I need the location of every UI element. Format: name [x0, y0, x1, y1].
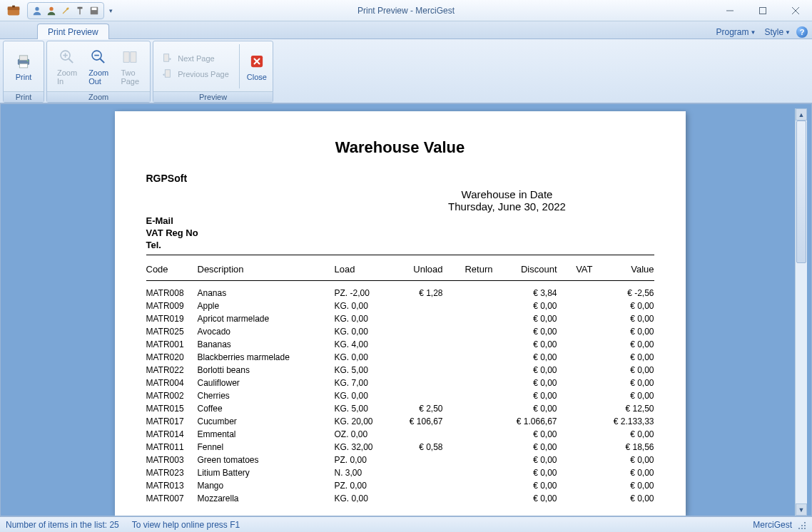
cell-load: KG. 0,00 — [335, 327, 393, 337]
cell-description: Cherries — [198, 391, 335, 401]
cell-return — [443, 288, 493, 298]
close-button[interactable] — [779, 0, 812, 21]
qat-hammer-icon[interactable] — [73, 4, 86, 17]
cell-unload: € 1,28 — [393, 288, 443, 298]
svg-point-4 — [49, 6, 53, 10]
cell-vat — [557, 301, 593, 311]
vertical-scrollbar[interactable]: ▲ ▼ — [795, 108, 807, 516]
cell-description: Green tomatoes — [198, 455, 335, 465]
qat-wrench-icon[interactable] — [59, 4, 72, 17]
scroll-track[interactable] — [796, 121, 807, 503]
close-preview-button[interactable]: Close — [241, 50, 273, 83]
cell-discount: € 0,00 — [493, 339, 557, 349]
table-row: MATR019Apricot marmeladeKG. 0,00€ 0,00€ … — [146, 312, 654, 325]
qat-save-icon[interactable] — [88, 4, 101, 17]
cell-value: € 12,50 — [593, 404, 654, 414]
cell-load: KG. 7,00 — [335, 378, 393, 388]
ribbon-group-preview: Next Page Previous Page Close Preview — [153, 41, 273, 103]
svg-rect-10 — [760, 7, 766, 14]
cell-code: MATR017 — [146, 416, 198, 426]
next-page-label: Next Page — [178, 54, 214, 63]
qat-user-icon[interactable] — [31, 4, 44, 17]
report-table: Code Description Load Unload Return Disc… — [146, 262, 654, 505]
next-page-icon — [162, 53, 173, 64]
scroll-up-arrow[interactable]: ▲ — [796, 108, 807, 121]
minimize-button[interactable] — [714, 0, 746, 21]
scroll-down-arrow[interactable]: ▼ — [796, 503, 807, 516]
table-row: MATR002CherriesKG. 0,00€ 0,00€ 0,00 — [146, 389, 654, 402]
next-page-button: Next Page — [158, 51, 233, 66]
cell-return — [443, 468, 493, 478]
cell-return — [443, 314, 493, 324]
col-return: Return — [443, 264, 493, 275]
cell-description: Emmental — [198, 429, 335, 439]
cell-load: KG. 0,00 — [335, 391, 393, 401]
zoom-out-button[interactable]: ZoomOut — [83, 46, 114, 87]
cell-unload — [393, 327, 443, 337]
tab-strip: Print Preview Program▼ Style▼ ? — [0, 21, 812, 39]
tel-label: Tel. — [146, 240, 360, 252]
qat-customize-dropdown[interactable]: ▾ — [107, 7, 114, 14]
cell-unload: € 2,50 — [393, 404, 443, 414]
cell-return — [443, 493, 493, 503]
svg-rect-25 — [131, 52, 136, 63]
menu-program[interactable]: Program▼ — [713, 26, 758, 39]
status-bar: Number of items in the list: 25 To view … — [0, 516, 812, 532]
cell-unload — [393, 493, 443, 503]
table-row: MATR025AvocadoKG. 0,00€ 0,00€ 0,00 — [146, 325, 654, 338]
cell-load: KG. 5,00 — [335, 365, 393, 375]
maximize-button[interactable] — [746, 0, 779, 21]
table-row: MATR001BananasKG. 4,00€ 0,00€ 0,00 — [146, 338, 654, 351]
ribbon-group-print-label: Print — [4, 91, 44, 102]
cell-value: € 0,00 — [593, 327, 654, 337]
report-date-block: Warehouse in Date Thursday, June 30, 202… — [360, 188, 654, 213]
cell-value: € 0,00 — [593, 378, 654, 388]
help-icon[interactable]: ? — [796, 26, 808, 38]
window-controls — [714, 0, 812, 21]
two-page-button: TwoPage — [114, 46, 146, 87]
print-button[interactable]: Print — [8, 50, 39, 83]
col-code: Code — [146, 264, 198, 275]
menu-style[interactable]: Style▼ — [761, 26, 793, 39]
scroll-thumb[interactable] — [796, 121, 806, 263]
qat-person-icon[interactable] — [45, 4, 58, 17]
cell-return — [443, 429, 493, 439]
cell-description: Apricot marmelade — [198, 314, 335, 324]
previous-page-label: Previous Page — [178, 70, 229, 78]
app-icon[interactable] — [3, 0, 24, 21]
resize-grip[interactable] — [796, 520, 806, 530]
cell-value: € 0,00 — [593, 301, 654, 311]
col-value: Value — [593, 264, 654, 275]
status-app-name: MerciGest — [753, 520, 792, 530]
cell-vat — [557, 288, 593, 298]
cell-unload — [393, 455, 443, 465]
company-info: E-Mail VAT Reg No Tel. — [146, 215, 360, 252]
cell-code: MATR011 — [146, 442, 198, 452]
two-page-label: TwoPage — [121, 68, 139, 86]
cell-vat — [557, 429, 593, 439]
zoom-in-icon — [57, 47, 77, 67]
cell-code: MATR009 — [146, 301, 198, 311]
cell-vat — [557, 481, 593, 491]
ribbon-group-zoom-label: Zoom — [47, 91, 150, 102]
cell-load: KG. 32,00 — [335, 442, 393, 452]
cell-code: MATR008 — [146, 288, 198, 298]
cell-discount: € 0,00 — [493, 429, 557, 439]
cell-code: MATR020 — [146, 352, 198, 362]
two-page-icon — [120, 47, 140, 67]
cell-discount: € 0,00 — [493, 493, 557, 503]
status-help-hint: To view help online press F1 — [132, 520, 240, 530]
cell-discount: € 0,00 — [493, 391, 557, 401]
cell-unload: € 0,58 — [393, 442, 443, 452]
cell-description: Cucumber — [198, 416, 335, 426]
preview-area: Warehouse Value RGPSoft Warehouse in Dat… — [0, 103, 812, 516]
email-label: E-Mail — [146, 215, 360, 227]
cell-discount: € 1.066,67 — [493, 416, 557, 426]
quick-access-toolbar — [27, 2, 104, 19]
cell-code: MATR022 — [146, 365, 198, 375]
tab-print-preview[interactable]: Print Preview — [37, 24, 109, 39]
table-row: MATR017CucumberKG. 20,00€ 106,67€ 1.066,… — [146, 415, 654, 428]
divider — [146, 255, 654, 255]
menu-program-label: Program — [716, 27, 748, 37]
vat-label: VAT Reg No — [146, 227, 360, 240]
